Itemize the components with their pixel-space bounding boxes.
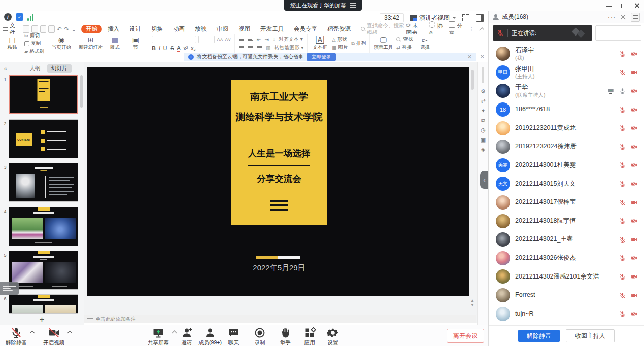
tab-insert[interactable]: 插入: [103, 25, 124, 33]
slide-thumbnail-2[interactable]: CONTENT: [9, 119, 78, 158]
italic-button[interactable]: I: [159, 45, 160, 51]
align-center-icon[interactable]: [248, 45, 253, 50]
maximize-button[interactable]: [620, 2, 627, 9]
tab-slideshow[interactable]: 放映: [190, 25, 211, 33]
arrange-button[interactable]: ⧉排列: [351, 40, 366, 47]
smart-graphic-dropdown[interactable]: 转智能图形 ▾: [275, 44, 304, 51]
format-painter-button[interactable]: ▰格式刷: [24, 48, 44, 55]
member-row[interactable]: 天文 202121143015刘天文: [489, 175, 644, 193]
tab-member[interactable]: 会员专享: [289, 25, 322, 33]
strip-close-icon[interactable]: ✕: [480, 54, 484, 59]
info-icon[interactable]: i: [4, 13, 12, 21]
section-button[interactable]: ▣节: [127, 36, 144, 51]
bold-button[interactable]: B: [152, 45, 156, 51]
member-search-box[interactable]: [595, 25, 641, 41]
columns-icon[interactable]: ▥: [266, 45, 270, 51]
slide-canvas[interactable]: 南京工业大学 测绘科学与技术学院 人生是一场选择 分享交流会 2022年5月29…: [87, 67, 469, 296]
slide-thumbnail-5[interactable]: [9, 251, 78, 290]
member-row[interactable]: 石泽宇(我): [489, 45, 644, 63]
properties-icon[interactable]: ⚙: [478, 88, 489, 95]
reclaim-host-button[interactable]: 收回主持人: [566, 329, 615, 342]
tab-devtools[interactable]: 开发工具: [256, 25, 288, 33]
tab-outline[interactable]: 大纲: [25, 64, 44, 73]
strikethrough-button[interactable]: S: [170, 45, 174, 51]
member-row[interactable]: 201921232024徐炜唐: [489, 137, 644, 156]
login-now-button[interactable]: 立即登录: [307, 53, 336, 61]
settings-control[interactable]: 设置: [318, 327, 348, 346]
panel-collapse-handle[interactable]: ‹: [480, 171, 489, 189]
replace-button[interactable]: ⇄替换: [396, 44, 413, 51]
document-scrollbar[interactable]: [471, 68, 474, 284]
panel-scrollbar[interactable]: [80, 75, 83, 108]
slide-pager-arrows[interactable]: ▲▼: [469, 298, 476, 307]
slide-thumbnail-3[interactable]: [9, 163, 78, 202]
mic-options-chevron[interactable]: [30, 330, 35, 334]
unmute-control[interactable]: 解除静音: [1, 327, 31, 346]
slide-layout-button[interactable]: ▦版式: [106, 36, 123, 51]
slide-thumbnail-1[interactable]: [9, 75, 78, 114]
font-size-box[interactable]: [198, 36, 215, 43]
tab-home[interactable]: 开始: [81, 25, 102, 33]
more-tools-icon[interactable]: ◈: [478, 146, 489, 153]
copy-button[interactable]: 复制: [24, 40, 44, 47]
tab-docer[interactable]: 稻壳资源: [323, 25, 355, 33]
undo-icon[interactable]: ↶: [57, 26, 62, 33]
notes-bar[interactable]: 单击此处添加备注: [84, 315, 476, 323]
slide-thumbnail-6[interactable]: [9, 294, 78, 314]
align-left-icon[interactable]: [239, 45, 244, 50]
tab-transition[interactable]: 切换: [147, 25, 167, 33]
number-list-icon[interactable]: [248, 37, 253, 42]
layers-icon[interactable]: ⧉: [478, 117, 489, 124]
strip-scrollbar[interactable]: [482, 67, 484, 83]
play-from-current-button[interactable]: ◉当页开始: [52, 36, 71, 51]
close-button[interactable]: [634, 2, 641, 9]
member-row[interactable]: 201921232011黄成龙: [489, 119, 644, 137]
signal-bars-icon[interactable]: [27, 14, 33, 21]
paste-button[interactable]: ▤粘贴: [4, 36, 21, 51]
redo-icon[interactable]: ↷: [64, 26, 69, 33]
bullet-list-icon[interactable]: [239, 37, 244, 42]
timer-icon[interactable]: ◷: [478, 127, 489, 133]
tab-view[interactable]: 视图: [234, 25, 255, 33]
banner-menu-icon[interactable]: [350, 2, 356, 9]
cut-button[interactable]: ✂剪切: [24, 32, 44, 39]
members-more-icon[interactable]: ···: [608, 14, 616, 21]
shrink-font-icon[interactable]: A˅: [225, 37, 231, 42]
align-text-dropdown[interactable]: 对齐文本 ▾: [279, 36, 303, 43]
leave-meeting-button[interactable]: 离开会议: [447, 329, 484, 343]
subscript-button[interactable]: x₂: [191, 45, 195, 51]
increase-indent-icon[interactable]: ⇥: [264, 37, 268, 42]
shape-button[interactable]: △形状: [332, 36, 348, 43]
member-row[interactable]: Forrest: [489, 286, 644, 305]
effects-icon[interactable]: ✦: [478, 108, 489, 114]
tab-design[interactable]: 设计: [125, 25, 146, 33]
tab-review[interactable]: 审阅: [212, 25, 233, 33]
picture-button[interactable]: ▦图片: [332, 44, 348, 51]
superscript-button[interactable]: x²: [183, 45, 188, 51]
tab-slides[interactable]: 幻灯片: [47, 64, 72, 73]
add-slide-button[interactable]: +: [0, 315, 84, 325]
member-row[interactable]: 20212114302遥感2101余文浩: [489, 267, 644, 286]
member-row[interactable]: 美雯 202021143001杜美雯: [489, 156, 644, 175]
panel-layout-icon[interactable]: [631, 13, 640, 22]
gallery-icon[interactable]: ▣: [478, 136, 489, 143]
collapse-ribbon-icon[interactable]: [479, 27, 484, 32]
align-right-icon[interactable]: [257, 45, 262, 50]
unmute-all-button[interactable]: 解除静音: [518, 330, 560, 342]
member-row[interactable]: 202121143021_王睿: [489, 230, 644, 249]
text-box-button[interactable]: 🄰文本框: [311, 36, 328, 51]
members-close-icon[interactable]: [621, 15, 626, 20]
select-button[interactable]: ▻选择: [416, 36, 433, 51]
line-spacing-icon[interactable]: ↕: [273, 37, 275, 42]
customize-caret-icon[interactable]: ⌄: [71, 26, 76, 33]
more-options-icon[interactable]: ⋮: [469, 26, 474, 32]
side-panel-toggle-icon[interactable]: [476, 14, 484, 22]
underline-button[interactable]: U: [163, 45, 167, 51]
member-row[interactable]: 18 186****7618: [489, 100, 644, 119]
member-row[interactable]: 202121143017倪梓宝: [489, 193, 644, 212]
switch-icon[interactable]: ⇄: [478, 98, 489, 105]
member-row[interactable]: 甲田 张甲田(主持人): [489, 63, 644, 82]
video-options-chevron[interactable]: [68, 330, 72, 334]
member-row[interactable]: tujn~R: [489, 304, 644, 323]
start-video-control[interactable]: 开启视频: [39, 327, 69, 346]
